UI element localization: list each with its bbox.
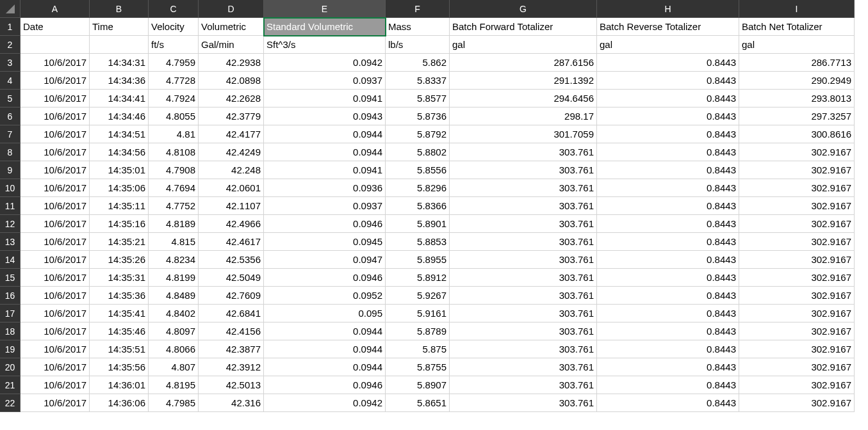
cell[interactable]: 0.8443 bbox=[597, 287, 739, 305]
cell[interactable]: 42.3877 bbox=[199, 340, 264, 358]
cell[interactable]: 303.761 bbox=[450, 215, 597, 233]
row-header[interactable]: 7 bbox=[0, 125, 20, 143]
cell[interactable]: 303.761 bbox=[450, 269, 597, 287]
cell[interactable]: 14:34:41 bbox=[90, 90, 149, 107]
row-header[interactable]: 2 bbox=[0, 36, 20, 54]
cell[interactable]: lb/s bbox=[386, 36, 450, 54]
cell[interactable]: 14:34:56 bbox=[90, 143, 149, 161]
cell[interactable]: 303.761 bbox=[450, 143, 597, 161]
cell[interactable]: 0.0943 bbox=[264, 107, 386, 125]
cell[interactable]: 302.9167 bbox=[739, 376, 855, 394]
cell[interactable]: 5.8337 bbox=[386, 72, 450, 90]
cell[interactable]: 5.8296 bbox=[386, 179, 450, 197]
row-header[interactable]: 1 bbox=[0, 18, 20, 36]
cell[interactable]: 0.8443 bbox=[597, 161, 739, 179]
row-header[interactable]: 3 bbox=[0, 54, 20, 72]
cell[interactable]: 42.7609 bbox=[199, 287, 264, 305]
cell[interactable]: 4.8402 bbox=[149, 305, 199, 322]
cell[interactable]: 14:35:26 bbox=[90, 251, 149, 269]
cell[interactable]: 5.8556 bbox=[386, 161, 450, 179]
cell[interactable] bbox=[20, 36, 90, 54]
cell[interactable]: 5.8577 bbox=[386, 90, 450, 107]
cell[interactable]: 0.0944 bbox=[264, 358, 386, 376]
cell[interactable]: Sft^3/s bbox=[264, 36, 386, 54]
cell[interactable]: gal bbox=[597, 36, 739, 54]
cell[interactable]: 10/6/2017 bbox=[20, 197, 90, 215]
row-header[interactable]: 20 bbox=[0, 358, 20, 376]
row-header[interactable]: 12 bbox=[0, 215, 20, 233]
cell[interactable]: Volumetric bbox=[199, 18, 264, 36]
cell[interactable]: 42.6841 bbox=[199, 305, 264, 322]
cell[interactable]: 300.8616 bbox=[739, 125, 855, 143]
cell[interactable]: Batch Forward Totalizer bbox=[450, 18, 597, 36]
cell[interactable]: 4.8489 bbox=[149, 287, 199, 305]
selected-cell[interactable]: Standard Volumetric bbox=[264, 18, 386, 36]
cell[interactable]: 10/6/2017 bbox=[20, 233, 90, 251]
cell[interactable]: Velocity bbox=[149, 18, 199, 36]
cell[interactable]: 0.0942 bbox=[264, 54, 386, 72]
cell[interactable]: 14:35:01 bbox=[90, 161, 149, 179]
cell[interactable]: 0.8443 bbox=[597, 72, 739, 90]
row-header[interactable]: 5 bbox=[0, 90, 20, 107]
cell[interactable]: 4.807 bbox=[149, 358, 199, 376]
cell[interactable]: 10/6/2017 bbox=[20, 179, 90, 197]
cell[interactable]: 303.761 bbox=[450, 179, 597, 197]
cell[interactable]: 0.0944 bbox=[264, 143, 386, 161]
row-header[interactable]: 6 bbox=[0, 107, 20, 125]
cell[interactable]: 303.761 bbox=[450, 394, 597, 412]
row-header[interactable]: 4 bbox=[0, 72, 20, 90]
cell[interactable]: 5.862 bbox=[386, 54, 450, 72]
cell[interactable]: 4.7959 bbox=[149, 54, 199, 72]
cell[interactable]: 302.9167 bbox=[739, 161, 855, 179]
cell[interactable]: Batch Net Totalizer bbox=[739, 18, 855, 36]
cell[interactable]: 0.8443 bbox=[597, 305, 739, 322]
cell[interactable]: 42.4156 bbox=[199, 322, 264, 340]
cell[interactable]: 14:35:56 bbox=[90, 358, 149, 376]
cell[interactable]: 5.8802 bbox=[386, 143, 450, 161]
cell[interactable]: 4.8234 bbox=[149, 251, 199, 269]
cell[interactable]: 10/6/2017 bbox=[20, 376, 90, 394]
cell[interactable]: gal bbox=[450, 36, 597, 54]
cell[interactable]: 14:36:01 bbox=[90, 376, 149, 394]
cell[interactable]: 42.4177 bbox=[199, 125, 264, 143]
cell[interactable]: 302.9167 bbox=[739, 251, 855, 269]
cell[interactable]: 0.0941 bbox=[264, 90, 386, 107]
cell[interactable]: 302.9167 bbox=[739, 340, 855, 358]
cell[interactable]: 14:34:31 bbox=[90, 54, 149, 72]
cell[interactable]: 302.9167 bbox=[739, 394, 855, 412]
cell[interactable]: 0.0945 bbox=[264, 233, 386, 251]
cell[interactable]: 42.5049 bbox=[199, 269, 264, 287]
cell[interactable]: 5.8912 bbox=[386, 269, 450, 287]
cell[interactable]: 0.0947 bbox=[264, 251, 386, 269]
cell[interactable]: 301.7059 bbox=[450, 125, 597, 143]
cell[interactable]: 10/6/2017 bbox=[20, 125, 90, 143]
cell[interactable]: 290.2949 bbox=[739, 72, 855, 90]
cell[interactable]: 4.8108 bbox=[149, 143, 199, 161]
cell[interactable]: 5.8366 bbox=[386, 197, 450, 215]
cell[interactable]: 4.7728 bbox=[149, 72, 199, 90]
cell[interactable]: 14:35:46 bbox=[90, 322, 149, 340]
cell[interactable]: 10/6/2017 bbox=[20, 340, 90, 358]
cell[interactable]: 42.5013 bbox=[199, 376, 264, 394]
cell[interactable]: 302.9167 bbox=[739, 269, 855, 287]
cell[interactable]: 4.815 bbox=[149, 233, 199, 251]
cell[interactable]: 0.8443 bbox=[597, 179, 739, 197]
column-header-i[interactable]: I bbox=[739, 0, 855, 18]
cell[interactable]: 42.3912 bbox=[199, 358, 264, 376]
cell[interactable]: ft/s bbox=[149, 36, 199, 54]
column-header-g[interactable]: G bbox=[450, 0, 597, 18]
cell[interactable]: 0.8443 bbox=[597, 143, 739, 161]
cell[interactable]: 42.4617 bbox=[199, 233, 264, 251]
cell[interactable] bbox=[90, 36, 149, 54]
cell[interactable]: Batch Reverse Totalizer bbox=[597, 18, 739, 36]
row-header[interactable]: 21 bbox=[0, 376, 20, 394]
cell[interactable]: 303.761 bbox=[450, 197, 597, 215]
column-header-e[interactable]: E bbox=[264, 0, 386, 18]
cell[interactable]: 5.8789 bbox=[386, 322, 450, 340]
cell[interactable]: 0.095 bbox=[264, 305, 386, 322]
cell[interactable]: Mass bbox=[386, 18, 450, 36]
row-header[interactable]: 11 bbox=[0, 197, 20, 215]
cell[interactable]: 0.8443 bbox=[597, 322, 739, 340]
cell[interactable]: 293.8013 bbox=[739, 90, 855, 107]
cell[interactable]: 14:35:11 bbox=[90, 197, 149, 215]
